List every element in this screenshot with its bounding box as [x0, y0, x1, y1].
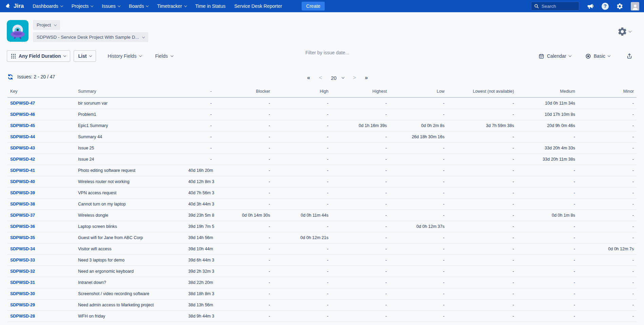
project-avatar[interactable]	[7, 20, 29, 42]
duration-cell: -	[578, 221, 637, 232]
view-dropdown[interactable]: List	[74, 50, 96, 62]
issue-key-link[interactable]: SDPWSD-45	[10, 123, 35, 128]
duration-cell: -	[447, 143, 517, 154]
help-icon[interactable]: ?	[602, 3, 609, 10]
user-avatar[interactable]	[631, 2, 639, 11]
create-button[interactable]: Create	[302, 2, 325, 11]
nav-item-projects[interactable]: Projects	[72, 3, 93, 9]
issue-key-link[interactable]: SDPWSD-46	[10, 112, 35, 117]
pagination-last-button[interactable]: »	[365, 75, 368, 81]
summary-cell: Laptop screen blinks	[75, 221, 186, 232]
jira-logo[interactable]: Jira	[5, 3, 24, 10]
issue-key-link[interactable]: SDPWSD-29	[10, 303, 35, 307]
issue-key-link[interactable]: SDPWSD-39	[10, 191, 35, 195]
issue-key-link[interactable]: SDPWSD-32	[10, 269, 35, 274]
column-header-key[interactable]: Key	[7, 87, 75, 97]
page-size-select[interactable]: 20	[331, 75, 344, 81]
nav-item-dashboards[interactable]: Dashboards	[33, 3, 63, 9]
issue-key-link[interactable]: SDPWSD-41	[10, 168, 35, 173]
issue-key-link[interactable]: SDPWSD-28	[10, 314, 35, 319]
column-header-none[interactable]: -	[186, 87, 214, 97]
duration-cell: -	[578, 288, 637, 300]
column-header-summary[interactable]: Summary	[75, 87, 186, 97]
column-header-blocker[interactable]: Blocker	[214, 87, 273, 97]
duration-cell: 33d 20h 4m 33s	[517, 143, 578, 154]
fields-dropdown[interactable]: Fields	[153, 53, 175, 59]
table-row: SDPWSD-36Laptop screen blinks39d 19h 7m …	[7, 221, 637, 232]
pagination: « < 20 > »	[307, 75, 368, 81]
nav-item-time-in-status[interactable]: Time in Status	[195, 3, 226, 9]
project-dropdown[interactable]: SDPWSD - Service Desk Project With Sampl…	[33, 32, 148, 42]
top-navbar: Jira Dashboards Projects Issues Boards T…	[0, 0, 644, 12]
key-cell: SDPWSD-44	[7, 131, 75, 143]
duration-cell: -	[447, 243, 517, 255]
column-header-medium[interactable]: Medium	[517, 87, 578, 97]
issue-key-link[interactable]: SDPWSD-38	[10, 202, 35, 206]
nav-item-service-desk-reporter[interactable]: Service Desk Reporter	[234, 3, 282, 9]
duration-cell: 38d 9h 44m 31s	[186, 311, 214, 322]
export-button[interactable]	[626, 53, 632, 59]
pagination-first-button[interactable]: «	[307, 75, 310, 81]
summary-cell: Need 3 laptops for demo	[75, 255, 186, 266]
duration-cell: -	[447, 97, 517, 109]
pagination-next-button[interactable]: >	[353, 75, 356, 81]
issue-key-link[interactable]: SDPWSD-31	[10, 280, 35, 285]
duration-cell: -	[390, 288, 447, 300]
duration-cell: -	[390, 176, 447, 187]
issue-key-link[interactable]: SDPWSD-37	[10, 213, 35, 218]
report-type-dropdown[interactable]: Any Field Duration	[7, 50, 70, 62]
nav-item-boards[interactable]: Boards	[129, 3, 148, 9]
search-input[interactable]	[541, 3, 575, 9]
table-header-row: Key Summary - Blocker High Highest Low L…	[7, 87, 637, 97]
duration-cell: 20d 9h 0m 46s	[517, 120, 578, 131]
column-header-minor[interactable]: Minor	[578, 87, 637, 97]
duration-cell: -	[517, 199, 578, 210]
duration-cell: 10d 0h 11m 34s	[517, 97, 578, 109]
report-settings-button[interactable]	[617, 26, 631, 37]
scope-dropdown[interactable]: Project	[33, 20, 60, 30]
view-mode-dropdown[interactable]: Basic	[585, 53, 610, 59]
column-header-low[interactable]: Low	[390, 87, 447, 97]
duration-cell: -	[517, 131, 578, 143]
issue-key-link[interactable]: SDPWSD-43	[10, 146, 35, 150]
duration-cell: -	[331, 221, 390, 232]
view-mode-label: Basic	[594, 53, 605, 59]
issue-key-link[interactable]: SDPWSD-34	[10, 247, 35, 251]
issue-key-link[interactable]: SDPWSD-35	[10, 235, 35, 240]
duration-cell: -	[578, 199, 637, 210]
search-icon	[534, 4, 539, 8]
duration-cell: -	[273, 243, 331, 255]
refresh-button[interactable]	[7, 74, 13, 80]
megaphone-icon[interactable]	[587, 2, 594, 10]
history-fields-dropdown[interactable]: History Fields	[106, 53, 144, 59]
gear-icon[interactable]	[616, 3, 623, 10]
column-header-high[interactable]: High	[273, 87, 331, 97]
duration-cell: -	[214, 277, 273, 288]
duration-cell: -	[214, 143, 273, 154]
issue-key-link[interactable]: SDPWSD-42	[10, 157, 35, 162]
issue-key-link[interactable]: SDPWSD-36	[10, 224, 35, 229]
column-header-lowest[interactable]: Lowest (not available)	[447, 87, 517, 97]
issue-key-link[interactable]: SDPWSD-30	[10, 291, 35, 296]
duration-cell: 38d 13h 56m 31s	[186, 300, 214, 311]
export-icon	[626, 53, 632, 59]
issue-key-link[interactable]: SDPWSD-44	[10, 134, 35, 139]
duration-cell: -	[214, 187, 273, 199]
global-search[interactable]	[531, 2, 579, 11]
pagination-prev-button[interactable]: <	[319, 75, 322, 81]
issue-key-link[interactable]: SDPWSD-33	[10, 258, 35, 263]
calendar-dropdown[interactable]: Calendar	[538, 53, 571, 59]
key-cell: SDPWSD-47	[7, 97, 75, 109]
nav-item-issues[interactable]: Issues	[102, 3, 120, 9]
issue-date-filter-input[interactable]	[305, 50, 379, 56]
duration-cell: -	[214, 120, 273, 131]
issue-key-link[interactable]: SDPWSD-47	[10, 101, 35, 106]
duration-cell: -	[447, 277, 517, 288]
column-header-highest[interactable]: Highest	[331, 87, 390, 97]
duration-cell: -	[186, 143, 214, 154]
duration-cell: -	[578, 311, 637, 322]
nav-item-timetracker[interactable]: Timetracker	[157, 3, 186, 9]
duration-cell: -	[331, 109, 390, 120]
issue-key-link[interactable]: SDPWSD-40	[10, 179, 35, 184]
summary-cell: Photo editing software request	[75, 165, 186, 176]
